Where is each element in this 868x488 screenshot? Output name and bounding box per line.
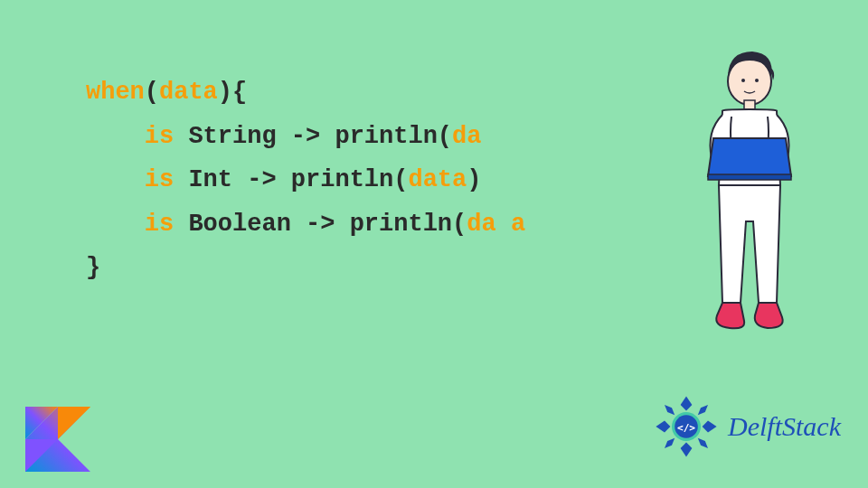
svg-point-1: [741, 79, 745, 82]
svg-rect-6: [708, 174, 791, 180]
keyword-data: data: [159, 79, 218, 106]
delftstack-mandala-icon: </>: [650, 390, 722, 463]
kotlin-logo-icon: [25, 407, 90, 472]
svg-text:</>: </>: [677, 422, 695, 434]
developer-illustration-icon: [666, 41, 825, 375]
keyword-is: is: [86, 211, 174, 238]
keyword-is: is: [86, 166, 174, 193]
code-line-1: when(data){: [86, 70, 525, 115]
svg-point-2: [755, 79, 759, 82]
code-line-3: is Int -> println(data): [86, 158, 525, 202]
svg-rect-3: [744, 100, 755, 109]
keyword-when: when: [86, 79, 145, 106]
code-line-5: }: [86, 246, 525, 290]
delftstack-brand-text: DelftStack: [728, 411, 841, 442]
code-line-2: is String -> println(da: [86, 115, 525, 159]
code-snippet: when(data){ is String -> println(da is I…: [86, 70, 525, 290]
keyword-is: is: [86, 123, 174, 150]
delftstack-logo: </> DelftStack: [650, 390, 841, 463]
code-line-4: is Boolean -> println(da a: [86, 202, 525, 247]
